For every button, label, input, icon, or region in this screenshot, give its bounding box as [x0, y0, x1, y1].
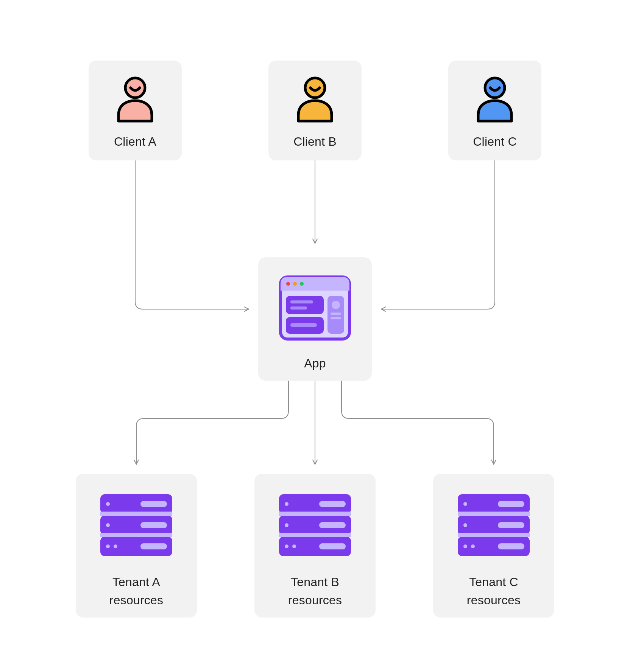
- svg-rect-30: [319, 501, 346, 507]
- svg-point-35: [285, 544, 288, 548]
- tenant-a-card: Tenant Aresources: [76, 474, 197, 618]
- svg-point-44: [463, 523, 467, 527]
- client-c-label: Client C: [473, 135, 516, 149]
- app-label: App: [304, 356, 326, 370]
- svg-rect-49: [498, 543, 524, 549]
- svg-rect-50: [458, 512, 530, 516]
- svg-rect-51: [458, 533, 530, 537]
- svg-rect-27: [100, 533, 172, 537]
- server-icon: [456, 493, 531, 559]
- user-icon: [292, 74, 338, 124]
- svg-rect-38: [279, 512, 351, 516]
- svg-point-24: [114, 544, 117, 548]
- svg-rect-21: [140, 522, 167, 528]
- svg-rect-9: [290, 306, 307, 310]
- svg-rect-42: [498, 501, 524, 507]
- svg-rect-14: [331, 313, 341, 315]
- app-window-icon: [279, 275, 351, 342]
- tenant-b-card: Tenant Bresources: [254, 474, 376, 618]
- svg-point-29: [285, 502, 288, 506]
- svg-rect-8: [290, 300, 313, 303]
- svg-point-48: [471, 544, 475, 548]
- svg-rect-11: [290, 323, 317, 327]
- svg-point-23: [106, 544, 110, 548]
- app-card: App: [258, 257, 372, 381]
- tenant-a-label: Tenant Aresources: [109, 573, 163, 609]
- svg-point-17: [106, 502, 110, 506]
- svg-rect-15: [331, 317, 341, 319]
- diagram-canvas: Client A Client B Client C: [0, 0, 630, 672]
- svg-point-41: [463, 502, 467, 506]
- tenant-c-card: Tenant Cresources: [433, 474, 554, 618]
- svg-point-4: [286, 282, 290, 286]
- svg-point-1: [305, 78, 325, 98]
- client-a-label: Client A: [114, 135, 156, 149]
- svg-point-32: [285, 523, 288, 527]
- svg-point-0: [125, 78, 145, 98]
- svg-point-6: [300, 282, 304, 286]
- svg-point-2: [485, 78, 505, 98]
- server-icon: [278, 493, 352, 559]
- tenant-c-label: Tenant Cresources: [467, 573, 521, 609]
- svg-point-20: [106, 523, 110, 527]
- tenant-b-label: Tenant Bresources: [288, 573, 342, 609]
- client-b-card: Client B: [268, 61, 362, 160]
- svg-rect-18: [140, 501, 167, 507]
- svg-rect-26: [100, 512, 172, 516]
- svg-rect-39: [279, 533, 351, 537]
- svg-rect-45: [498, 522, 524, 528]
- client-c-card: Client C: [448, 61, 541, 160]
- svg-rect-37: [319, 543, 346, 549]
- svg-point-36: [292, 544, 296, 548]
- svg-point-13: [332, 301, 340, 309]
- user-icon: [472, 74, 518, 124]
- server-icon: [99, 493, 174, 559]
- svg-rect-33: [319, 522, 346, 528]
- svg-point-47: [463, 544, 467, 548]
- svg-rect-25: [140, 543, 167, 549]
- svg-rect-7: [286, 296, 324, 314]
- user-icon: [112, 74, 158, 124]
- svg-point-5: [293, 282, 297, 286]
- client-a-card: Client A: [89, 61, 182, 160]
- client-b-label: Client B: [293, 135, 337, 149]
